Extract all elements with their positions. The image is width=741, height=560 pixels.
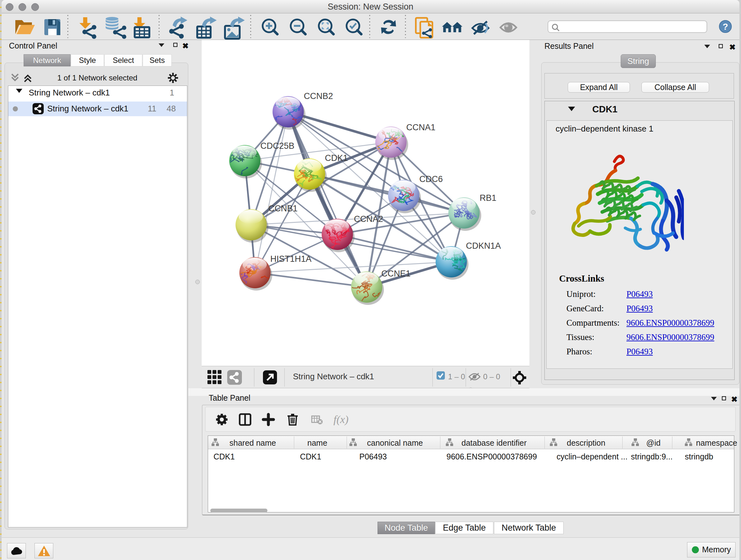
svg-text:RB1: RB1 <box>480 193 496 203</box>
svg-text:CCNA1: CCNA1 <box>406 123 435 132</box>
svg-text:CDK1: CDK1 <box>325 153 348 163</box>
svg-text:CCNA2: CCNA2 <box>354 214 383 224</box>
svg-text:f(x): f(x) <box>333 414 348 426</box>
svg-text:CDKN1A: CDKN1A <box>466 241 501 251</box>
svg-text:HIST1H1A: HIST1H1A <box>270 254 312 264</box>
svg-text:CCNB2: CCNB2 <box>304 91 333 101</box>
svg-text:CDC25B: CDC25B <box>260 141 294 151</box>
svg-text:CCNE1: CCNE1 <box>381 269 411 278</box>
svg-text:CDC6: CDC6 <box>419 174 443 184</box>
svg-text:CCNB1: CCNB1 <box>268 204 298 213</box>
